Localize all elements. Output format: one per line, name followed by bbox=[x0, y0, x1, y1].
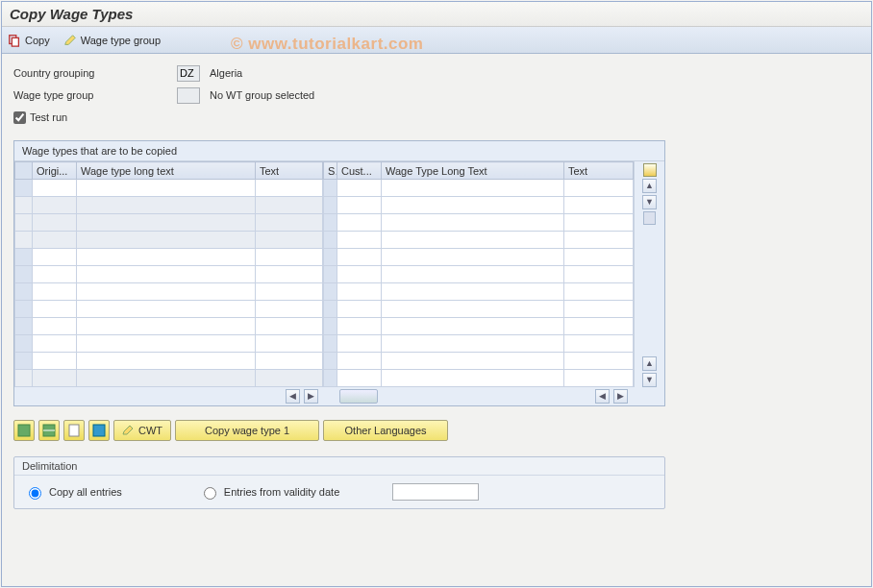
table-row[interactable] bbox=[15, 180, 323, 197]
radio-copy-all-input[interactable] bbox=[29, 487, 41, 500]
doc-icon bbox=[67, 424, 81, 437]
hscroll-left: ◀ ▶ bbox=[14, 387, 322, 405]
table-row[interactable] bbox=[324, 370, 634, 387]
grid2-icon bbox=[42, 424, 56, 437]
app-toolbar: Copy Wage type group bbox=[2, 27, 871, 54]
text-wage-type-group: No WT group selected bbox=[210, 89, 314, 101]
table-row[interactable] bbox=[324, 266, 634, 283]
grid-wage-types: Wage types that are to be copied Origi..… bbox=[13, 140, 665, 406]
action-buttons: CWT Copy wage type 1 Other Languages bbox=[13, 420, 860, 441]
scroll-up-btn-2[interactable]: ▲ bbox=[642, 356, 657, 371]
input-validity-date[interactable] bbox=[392, 483, 479, 501]
title-bar: Copy Wage Types bbox=[2, 2, 871, 27]
btn-copy-wage-type[interactable]: Copy wage type 1 bbox=[175, 420, 319, 441]
table-row[interactable] bbox=[15, 197, 323, 214]
col-text-right[interactable]: Text bbox=[564, 162, 634, 180]
btn-copy-wage-type-label: Copy wage type 1 bbox=[205, 425, 289, 436]
table-row[interactable] bbox=[15, 370, 323, 387]
grid-title: Wage types that are to be copied bbox=[14, 141, 664, 161]
hscroll-right: ◀ ▶ bbox=[322, 387, 632, 405]
table-row[interactable] bbox=[324, 335, 634, 353]
table-row[interactable] bbox=[15, 301, 323, 318]
col-wage-long-text-right[interactable]: Wage Type Long Text bbox=[382, 162, 564, 180]
delimitation-title: Delimitation bbox=[14, 457, 664, 476]
hscroll-right-left[interactable]: ◀ bbox=[595, 389, 610, 404]
table-row[interactable] bbox=[324, 214, 634, 232]
table-row[interactable] bbox=[324, 232, 634, 249]
btn-other-languages-label: Other Languages bbox=[345, 425, 427, 436]
btn-icon-2[interactable] bbox=[38, 420, 60, 441]
btn-cwt[interactable]: CWT bbox=[113, 420, 171, 441]
label-test-run: Test run bbox=[30, 111, 67, 123]
table-row[interactable] bbox=[324, 318, 634, 335]
checkbox-test-run[interactable] bbox=[13, 111, 26, 124]
radio-copy-all[interactable]: Copy all entries bbox=[24, 484, 122, 500]
row-country-grouping: Country grouping Algeria bbox=[13, 63, 860, 83]
col-cust[interactable]: Cust... bbox=[337, 162, 382, 180]
table-row[interactable] bbox=[324, 249, 634, 266]
radio-entries-from-label: Entries from validity date bbox=[224, 486, 339, 498]
btn-icon-1[interactable] bbox=[13, 420, 35, 441]
row-test-run: Test run bbox=[13, 108, 860, 127]
window-title: Copy Wage Types bbox=[10, 6, 133, 22]
copy-icon bbox=[8, 34, 21, 47]
label-wage-type-group: Wage type group bbox=[13, 89, 177, 101]
hscroll-left-left[interactable]: ◀ bbox=[286, 389, 300, 404]
btn-icon-4[interactable] bbox=[88, 420, 110, 441]
svg-rect-1 bbox=[12, 37, 18, 46]
table-row[interactable] bbox=[15, 318, 323, 335]
table-row[interactable] bbox=[324, 301, 634, 318]
scroll-down-btn[interactable]: ▼ bbox=[642, 195, 657, 209]
sap-window: Copy Wage Types Copy Wage type group © w… bbox=[1, 1, 872, 587]
input-country-grouping[interactable] bbox=[177, 65, 200, 82]
grid-left: Origi... Wage type long text Text bbox=[14, 161, 323, 387]
grid-vscroll: ▲ ▼ ▲ ▼ bbox=[634, 161, 664, 387]
delimitation-body: Copy all entries Entries from validity d… bbox=[14, 476, 664, 508]
pencil-icon bbox=[63, 34, 77, 47]
content-area: Country grouping Algeria Wage type group… bbox=[2, 54, 871, 519]
radio-entries-from[interactable]: Entries from validity date bbox=[199, 483, 479, 501]
radio-entries-from-input[interactable] bbox=[204, 487, 216, 500]
hscroll-row: ◀ ▶ ◀ ▶ bbox=[14, 387, 664, 405]
btn-other-languages[interactable]: Other Languages bbox=[323, 420, 448, 441]
scroll-up-btn[interactable]: ▲ bbox=[642, 179, 657, 193]
col-origi[interactable]: Origi... bbox=[33, 162, 77, 180]
col-text-left[interactable]: Text bbox=[256, 162, 323, 180]
scroll-down-btn-2[interactable]: ▼ bbox=[642, 373, 657, 387]
table-row[interactable] bbox=[324, 197, 634, 214]
grid-right: S Cust... Wage Type Long Text Text bbox=[323, 161, 634, 387]
svg-rect-6 bbox=[93, 425, 105, 436]
col-wage-long-text-left[interactable]: Wage type long text bbox=[77, 162, 256, 180]
grid-body: Origi... Wage type long text Text S Cust… bbox=[14, 161, 664, 387]
text-country-grouping: Algeria bbox=[210, 67, 242, 79]
svg-rect-5 bbox=[69, 425, 79, 436]
input-wage-type-group[interactable] bbox=[177, 87, 200, 104]
col-s[interactable]: S bbox=[324, 162, 337, 180]
table-row[interactable] bbox=[15, 335, 323, 353]
hscroll-left-right[interactable]: ▶ bbox=[304, 389, 318, 404]
table-row[interactable] bbox=[15, 214, 323, 232]
table-row[interactable] bbox=[324, 283, 634, 301]
svg-rect-2 bbox=[18, 425, 30, 436]
table-row[interactable] bbox=[15, 283, 323, 301]
delimitation-panel: Delimitation Copy all entries Entries fr… bbox=[13, 456, 665, 509]
hscroll-right-right[interactable]: ▶ bbox=[613, 389, 628, 404]
btn-icon-3[interactable] bbox=[63, 420, 85, 441]
table-row[interactable] bbox=[15, 249, 323, 266]
table-row[interactable] bbox=[324, 353, 634, 370]
table-settings-icon[interactable] bbox=[643, 163, 657, 177]
table-row[interactable] bbox=[15, 266, 323, 283]
toolbar-wage-type-group[interactable]: Wage type group bbox=[63, 34, 161, 47]
scroll-thumb[interactable] bbox=[643, 211, 656, 225]
toolbar-copy-label: Copy bbox=[25, 35, 50, 46]
hscroll-thumb[interactable] bbox=[339, 389, 378, 404]
row-wage-type-group: Wage type group No WT group selected bbox=[13, 86, 860, 105]
table-row[interactable] bbox=[324, 180, 634, 197]
save-icon bbox=[92, 424, 106, 437]
table-row[interactable] bbox=[15, 232, 323, 249]
label-country-grouping: Country grouping bbox=[13, 67, 177, 79]
toolbar-copy[interactable]: Copy bbox=[8, 34, 50, 47]
btn-cwt-label: CWT bbox=[138, 425, 162, 436]
radio-copy-all-label: Copy all entries bbox=[49, 486, 122, 498]
table-row[interactable] bbox=[15, 353, 323, 370]
